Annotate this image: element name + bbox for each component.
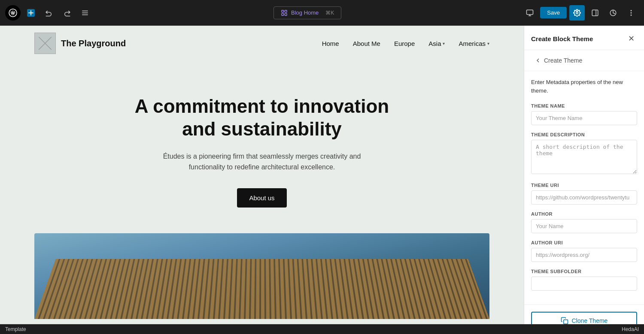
author-uri-group: AUTHOR URI	[531, 240, 637, 262]
site-logo: The Playground	[34, 33, 126, 54]
svg-rect-7	[285, 10, 287, 12]
svg-point-15	[631, 12, 632, 13]
about-us-button[interactable]: About us	[237, 188, 286, 208]
theme-name-input[interactable]	[531, 111, 637, 125]
theme-name-label: THEME NAME	[531, 103, 637, 108]
add-block-button[interactable]	[23, 5, 39, 21]
americas-chevron-icon: ▾	[487, 41, 489, 46]
hero-section: A commitment to innovation and sustainab…	[0, 61, 524, 233]
theme-uri-input[interactable]	[531, 190, 637, 205]
more-options-button[interactable]	[623, 5, 639, 21]
svg-rect-19	[563, 320, 568, 324]
nav-americas[interactable]: Americas ▾	[459, 40, 489, 47]
toolbar-center: Blog Home ⌘K	[95, 6, 519, 19]
panel-back-button[interactable]: Create Theme	[531, 55, 586, 66]
nav-asia[interactable]: Asia ▾	[428, 40, 445, 47]
status-bar: Template HedaAI	[0, 324, 644, 334]
panel-close-button[interactable]: ✕	[625, 33, 637, 45]
site-title: The Playground	[61, 39, 126, 48]
theme-description-label: THEME DESCRIPTION	[531, 132, 637, 137]
status-right: HedaAI	[622, 326, 639, 332]
theme-description-input[interactable]	[531, 140, 637, 174]
asia-chevron-icon: ▾	[443, 41, 445, 46]
theme-subfolder-label: THEME SUBFOLDER	[531, 269, 637, 274]
save-button[interactable]: Save	[540, 7, 567, 18]
panel-title: Create Block Theme	[531, 35, 593, 42]
panel-header: Create Block Theme ✕	[524, 26, 644, 50]
clone-icon	[561, 317, 568, 324]
svg-rect-6	[282, 10, 284, 12]
svg-point-16	[631, 15, 632, 15]
panel-back-label: Create Theme	[544, 57, 582, 64]
author-uri-label: AUTHOR URI	[531, 240, 637, 245]
theme-subfolder-input[interactable]	[531, 277, 637, 291]
svg-rect-8	[282, 13, 284, 15]
panel-description: Enter Metadata properties of the new the…	[531, 78, 637, 95]
blog-home-shortcut: ⌘K	[325, 10, 334, 16]
blog-home-button[interactable]: Blog Home ⌘K	[273, 6, 341, 19]
clone-button-label: Clone Theme	[572, 317, 608, 324]
svg-rect-9	[285, 13, 287, 15]
main-content: The Playground Home About Me Europe Asia…	[0, 26, 644, 324]
svg-point-14	[631, 10, 632, 11]
canvas: The Playground Home About Me Europe Asia…	[0, 26, 524, 324]
nav-europe[interactable]: Europe	[394, 40, 415, 47]
image-section	[34, 233, 489, 319]
svg-rect-12	[592, 10, 598, 16]
settings-button[interactable]	[569, 5, 585, 21]
undo-button[interactable]	[41, 5, 57, 21]
sidebar-toggle-button[interactable]	[587, 5, 603, 21]
building-image	[34, 259, 489, 319]
svg-rect-10	[527, 10, 533, 15]
author-label: AUTHOR	[531, 211, 637, 217]
nav-home[interactable]: Home	[322, 40, 339, 47]
blog-home-label: Blog Home	[291, 9, 319, 16]
nav-about-me[interactable]: About Me	[353, 40, 380, 47]
author-input[interactable]	[531, 219, 637, 233]
author-group: AUTHOR	[531, 211, 637, 233]
status-left: Template	[5, 326, 26, 332]
theme-subfolder-group: THEME SUBFOLDER	[531, 269, 637, 291]
clone-theme-button[interactable]: Clone Theme	[531, 312, 637, 324]
desktop-view-button[interactable]	[522, 5, 538, 21]
svg-text:W: W	[11, 11, 15, 15]
theme-name-group: THEME NAME	[531, 103, 637, 125]
wp-logo: W	[5, 5, 21, 21]
panel-footer: Clone Theme	[524, 304, 644, 324]
author-uri-input[interactable]	[531, 248, 637, 262]
site-nav: Home About Me Europe Asia ▾ Americas ▾	[322, 40, 489, 47]
site-header: The Playground Home About Me Europe Asia…	[0, 26, 524, 61]
list-view-button[interactable]	[77, 5, 93, 21]
svg-point-11	[576, 12, 578, 14]
color-scheme-button[interactable]	[605, 5, 621, 21]
hero-title: A commitment to innovation and sustainab…	[133, 95, 391, 141]
theme-description-group: THEME DESCRIPTION	[531, 132, 637, 176]
hero-subtitle: Études is a pioneering firm that seamles…	[155, 151, 369, 173]
panel-nav: Create Theme	[524, 50, 644, 71]
right-panel: Create Block Theme ✕ Create Theme Enter …	[524, 26, 644, 324]
toolbar: W	[0, 0, 644, 26]
redo-button[interactable]	[59, 5, 75, 21]
logo-placeholder	[34, 33, 56, 54]
theme-uri-label: THEME URI	[531, 183, 637, 188]
panel-body: Enter Metadata properties of the new the…	[524, 71, 644, 304]
theme-uri-group: THEME URI	[531, 183, 637, 205]
toolbar-right: Save	[522, 5, 639, 21]
